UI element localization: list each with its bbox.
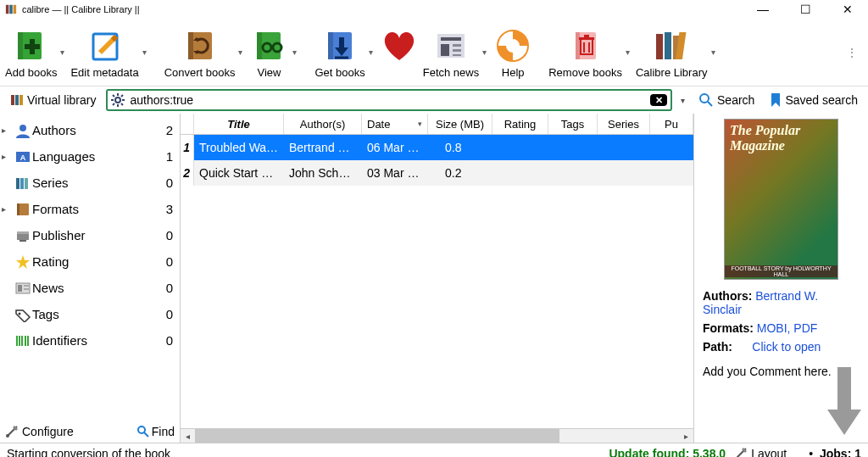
horizontal-scrollbar[interactable]: ◂ ▸ xyxy=(181,428,693,443)
sidebar-item-count: 0 xyxy=(166,176,173,190)
jobs-indicator[interactable]: • Jobs: 1 xyxy=(805,447,861,458)
saved-search-button[interactable]: Saved search xyxy=(765,92,863,109)
remove-books-dropdown[interactable]: ▾ xyxy=(624,47,634,57)
sidebar-item-tags[interactable]: Tags0 xyxy=(0,301,180,327)
help-icon xyxy=(492,27,533,64)
library-dropdown[interactable]: ▾ xyxy=(709,47,720,57)
svg-line-52 xyxy=(708,102,712,106)
get-books-icon xyxy=(320,27,360,64)
sidebar-item-count: 0 xyxy=(166,307,173,321)
edit-metadata-icon xyxy=(85,27,125,64)
col-date[interactable]: Date▾ xyxy=(362,114,428,134)
sidebar-item-authors[interactable]: ▸Authors2 xyxy=(0,117,180,143)
svg-rect-35 xyxy=(656,34,663,59)
calibre-library-button[interactable]: Calibre Library xyxy=(636,24,708,81)
find-button[interactable]: Find xyxy=(136,425,175,438)
expand-icon: ▸ xyxy=(2,125,14,135)
svg-rect-10 xyxy=(188,32,193,59)
svg-rect-22 xyxy=(441,44,449,56)
jobs-arrow-icon[interactable] xyxy=(827,367,861,435)
col-title[interactable]: Title xyxy=(194,114,284,134)
col-tags[interactable]: Tags xyxy=(548,114,598,134)
sidebar-item-identifiers[interactable]: Identifiers0 xyxy=(0,327,180,354)
svg-rect-31 xyxy=(579,37,594,40)
clear-search-icon[interactable]: ✕ xyxy=(650,94,667,106)
layout-button[interactable]: Layout xyxy=(734,447,787,458)
convert-books-button[interactable]: Convert books xyxy=(164,24,236,81)
search-row: Virtual library ✕ ▾ Search Saved search xyxy=(0,86,868,114)
sidebar-item-label: Authors xyxy=(32,123,166,137)
edit-metadata-button[interactable]: Edit metadata xyxy=(70,24,138,81)
update-link[interactable]: 5.38.0 xyxy=(693,447,726,458)
svg-rect-1 xyxy=(9,5,13,14)
rating-icon xyxy=(14,254,32,270)
sidebar-item-news[interactable]: News0 xyxy=(0,275,180,301)
search-history-dropdown[interactable]: ▾ xyxy=(677,96,688,105)
sidebar-item-rating[interactable]: Rating0 xyxy=(0,248,180,275)
svg-rect-39 xyxy=(11,95,14,105)
view-dropdown[interactable]: ▾ xyxy=(291,47,301,57)
svg-point-27 xyxy=(507,40,519,52)
col-author[interactable]: Author(s) xyxy=(284,114,362,134)
close-button[interactable]: ✕ xyxy=(832,3,863,16)
fetch-news-button[interactable]: Fetch news xyxy=(423,24,479,81)
cell-date: 06 Mar 2022 xyxy=(362,141,428,154)
sidebar-item-languages[interactable]: ▸ALanguages1 xyxy=(0,143,180,170)
remove-books-button[interactable]: Remove books xyxy=(548,24,622,81)
get-books-button[interactable]: Get books xyxy=(314,24,364,81)
col-size[interactable]: Size (MB) xyxy=(428,114,492,134)
cell-author: John Schember xyxy=(284,166,362,180)
tags-icon xyxy=(14,307,32,322)
sidebar-item-series[interactable]: Series0 xyxy=(0,170,180,196)
sidebar-item-publisher[interactable]: Publisher0 xyxy=(0,222,180,248)
view-button[interactable]: View xyxy=(248,24,289,81)
table-row[interactable]: 2Quick Start GuideJohn Schember03 Mar 20… xyxy=(181,160,693,186)
cell-author: Bertrand W. ... xyxy=(284,141,362,154)
path-link[interactable]: Click to open xyxy=(752,340,821,354)
svg-rect-6 xyxy=(25,44,40,49)
sidebar-item-label: Languages xyxy=(32,149,166,164)
help-button[interactable]: Help xyxy=(492,24,533,81)
cell-size: 0.2 xyxy=(428,166,492,180)
convert-books-dropdown[interactable]: ▾ xyxy=(236,47,247,57)
cell-size: 0.8 xyxy=(428,141,492,154)
tag-browser: ▸Authors2▸ALanguages1Series0▸Formats3Pub… xyxy=(0,114,181,443)
sidebar-item-count: 2 xyxy=(166,123,173,137)
svg-rect-67 xyxy=(24,288,29,290)
cover-image[interactable]: The Popular Magazine FOOTBALL STORY by H… xyxy=(724,119,838,280)
col-num[interactable] xyxy=(181,114,194,134)
edit-metadata-dropdown[interactable]: ▾ xyxy=(141,47,151,57)
svg-rect-0 xyxy=(6,5,9,14)
maximize-button[interactable]: ☐ xyxy=(790,3,821,16)
title-bar: calibre — || Calibre Library || — ☐ ✕ xyxy=(0,0,868,19)
svg-rect-58 xyxy=(25,178,28,189)
add-books-button[interactable]: Add books xyxy=(5,24,57,81)
donate-button[interactable] xyxy=(379,24,420,81)
table-row[interactable]: 1Troubled WatersBertrand W. ...06 Mar 20… xyxy=(181,135,693,160)
sidebar-item-label: Series xyxy=(32,176,166,190)
fetch-news-dropdown[interactable]: ▾ xyxy=(481,47,491,57)
add-books-dropdown[interactable]: ▾ xyxy=(58,47,69,57)
col-series[interactable]: Series xyxy=(598,114,650,134)
search-box: ✕ xyxy=(106,89,672,111)
sort-indicator-icon: ▾ xyxy=(418,120,422,128)
svg-rect-2 xyxy=(14,5,17,14)
configure-button[interactable]: Configure xyxy=(5,425,74,438)
svg-rect-60 xyxy=(17,203,19,215)
svg-rect-18 xyxy=(339,37,344,47)
wrench-icon xyxy=(5,425,19,438)
search-button[interactable]: Search xyxy=(693,91,760,109)
minimize-button[interactable]: — xyxy=(748,3,778,16)
col-publisher[interactable]: Pu xyxy=(650,114,693,134)
search-settings-icon[interactable] xyxy=(111,93,126,107)
virtual-library-button[interactable]: Virtual library xyxy=(5,92,101,109)
view-icon xyxy=(248,27,289,64)
svg-point-75 xyxy=(138,426,145,433)
sidebar-item-formats[interactable]: ▸Formats3 xyxy=(0,196,180,222)
formats-link[interactable]: MOBI, PDF xyxy=(757,321,818,335)
svg-rect-63 xyxy=(19,240,26,242)
get-books-dropdown[interactable]: ▾ xyxy=(367,47,377,57)
col-rating[interactable]: Rating xyxy=(492,114,548,134)
toolbar-overflow[interactable]: ⋮ xyxy=(839,46,865,59)
search-input[interactable] xyxy=(126,93,650,107)
